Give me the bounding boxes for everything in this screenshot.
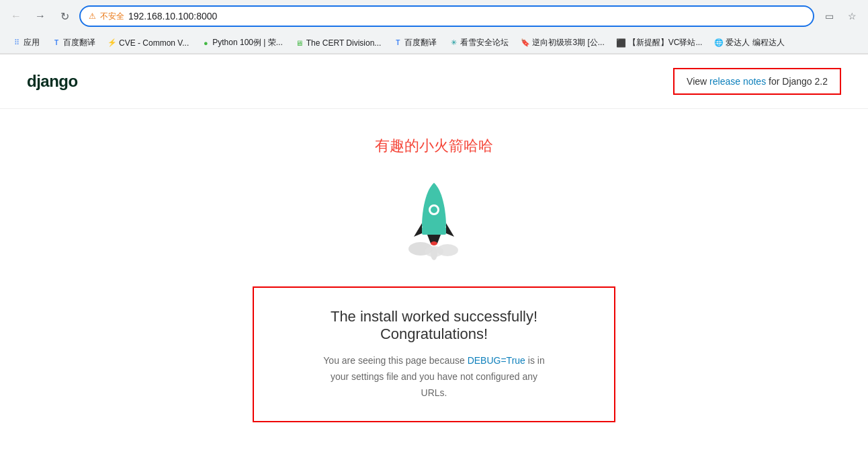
cve-icon: ⚡ [107, 38, 117, 48]
bookmark-reverse-label: 逆向初级班3期 [公... [532, 37, 604, 48]
rocket-illustration [407, 176, 461, 266]
bookmark-baidu-fanyi[interactable]: T 百度翻译 [46, 36, 101, 50]
bookmark-vc[interactable]: ⬛ 【新提醒】VC驿站... [611, 36, 708, 50]
bookmark-sec-forum[interactable]: ✳ 看雪安全论坛 [443, 36, 514, 50]
release-notes-suffix: for Django 2.2 [769, 76, 828, 87]
baidu-fanyi-icon: T [52, 38, 61, 48]
bookmark-baidu2-label: 百度翻译 [404, 37, 437, 48]
cast-button[interactable]: ▭ [820, 7, 838, 26]
bookmark-python[interactable]: ● Python 100例 | 荣... [196, 36, 288, 50]
baidu2-icon: T [393, 38, 402, 48]
bookmark-button[interactable]: ☆ [842, 7, 861, 26]
svg-rect-6 [422, 227, 446, 235]
debug-true-text: DEBUG=True [468, 355, 525, 366]
aida-icon: 🌐 [714, 38, 724, 48]
sec-forum-icon: ✳ [449, 38, 458, 48]
bookmark-reverse[interactable]: 🔖 逆向初级班3期 [公... [515, 36, 609, 50]
success-text: You are seeing this page because DEBUG=T… [281, 353, 587, 401]
bookmark-python-label: Python 100例 | 荣... [212, 37, 283, 48]
insecure-icon: ⚠ [89, 11, 96, 21]
rocket-svg [407, 176, 461, 264]
bookmark-apps[interactable]: ⠿ 应用 [7, 36, 45, 50]
release-notes-prefix: View [687, 76, 709, 87]
forward-button[interactable]: → [31, 7, 50, 26]
insecure-label: 不安全 [100, 11, 124, 22]
reload-button[interactable]: ↻ [55, 7, 74, 26]
bookmark-cert[interactable]: 🖥 The CERT Division... [290, 37, 387, 49]
bookmark-aida[interactable]: 🌐 爱达人 编程达人 [709, 36, 789, 50]
apps-icon: ⠿ [12, 38, 21, 48]
release-notes-link[interactable]: release notes [709, 76, 766, 87]
release-notes-box: View release notes for Django 2.2 [673, 68, 841, 95]
success-text-before: You are seeing this page because [323, 355, 467, 366]
python-icon: ● [201, 38, 210, 48]
reverse-icon: 🔖 [521, 38, 530, 48]
bookmark-cve[interactable]: ⚡ CVE - Common V... [102, 37, 194, 49]
bookmark-vc-label: 【新提醒】VC驿站... [628, 37, 703, 48]
bookmark-cve-label: CVE - Common V... [119, 38, 189, 48]
hero-title: 有趣的小火箭哈哈 [13, 136, 855, 156]
cert-icon: 🖥 [295, 38, 304, 48]
svg-point-7 [431, 241, 437, 245]
address-bar[interactable]: ⚠ 不安全 192.168.10.100:8000 [79, 5, 814, 27]
bookmark-sec-forum-label: 看雪安全论坛 [460, 37, 509, 48]
hero-section: 有趣的小火箭哈哈 [0, 109, 868, 456]
svg-point-5 [431, 206, 437, 213]
bookmark-apps-label: 应用 [24, 37, 40, 48]
success-box: The install worked successfully! Congrat… [253, 286, 615, 422]
vc-icon: ⬛ [617, 38, 626, 48]
bookmarks-bar: ⠿ 应用 T 百度翻译 ⚡ CVE - Common V... ● Python… [0, 32, 868, 54]
page-content: django View release notes for Django 2.2… [0, 54, 868, 466]
django-header: django View release notes for Django 2.2 [0, 54, 868, 109]
bookmark-baidu2[interactable]: T 百度翻译 [388, 36, 442, 50]
django-logo: django [27, 72, 78, 91]
back-button[interactable]: ← [7, 7, 26, 26]
bookmark-aida-label: 爱达人 编程达人 [726, 37, 784, 48]
bookmark-baidu-fanyi-label: 百度翻译 [63, 37, 95, 48]
bookmark-cert-label: The CERT Division... [306, 38, 382, 48]
svg-point-3 [425, 246, 443, 257]
url-text: 192.168.10.100:8000 [128, 11, 805, 22]
success-title: The install worked successfully! Congrat… [281, 308, 587, 343]
bottom-links: Django Documentation Topics, references,… [0, 456, 868, 466]
